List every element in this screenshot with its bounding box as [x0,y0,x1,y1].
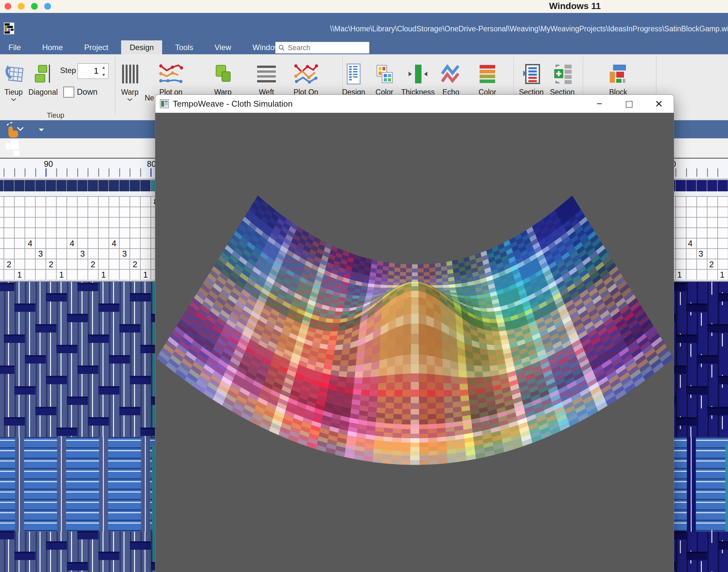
minimize-light[interactable] [18,3,24,10]
plot-on2-button[interactable]: Plot On [289,61,323,97]
warp-color-cell[interactable] [57,180,67,191]
warp-color-cell[interactable] [0,180,4,191]
close-button[interactable]: ✕ [644,95,674,113]
threading-number: 3 [122,249,127,259]
color-palette-icon [374,63,395,85]
warp-color-cell[interactable] [119,180,130,191]
cloth-simulation-window[interactable]: TempoWeave - Cloth Simulation − □ ✕ [155,94,674,572]
tieup-grid-icon [3,63,24,85]
warp-color-cell[interactable] [718,180,728,191]
color2-button[interactable]: Color [473,61,502,97]
pages-icon[interactable] [6,140,24,156]
warp-color-cell[interactable] [109,180,119,191]
ruler-tick [56,168,57,177]
weft-button[interactable]: Weft [252,61,281,97]
dropdown-arrow-icon[interactable] [38,128,45,132]
ruler-tick [98,168,99,177]
section-add-icon [552,63,573,85]
simulation-viewport[interactable] [155,113,674,572]
zoom-light[interactable] [31,3,38,10]
ruler-tick [140,168,141,177]
color1-button[interactable]: Color [370,61,399,97]
share-light[interactable] [44,3,51,10]
warp-color-cell[interactable] [98,180,109,191]
threading-number: 3 [699,249,703,259]
ruler-number: 90 [44,159,53,169]
warp-color-cell[interactable] [88,180,98,191]
warp-color-cell[interactable] [686,180,697,191]
warp-color-cell[interactable] [4,180,14,191]
simulation-titlebar[interactable]: TempoWeave - Cloth Simulation − □ ✕ [155,95,674,113]
warp-color-cell[interactable] [141,180,151,191]
ruler-tick [151,168,152,177]
ruler-tick [24,168,25,177]
menu-item-tools[interactable]: Tools [167,41,201,54]
menu-item-project[interactable]: Project [76,41,117,54]
ruler-tick [88,168,88,177]
mac-menubar: Windows 11 [0,0,728,13]
app-icon [4,23,14,34]
os-version-label: Windows 11 [549,1,601,11]
threading-number: 1 [101,270,106,280]
warp-color-cell[interactable] [697,180,707,191]
warp-color-cell[interactable] [46,180,57,191]
step-stepper[interactable]: ▲ ▼ [78,63,108,79]
search-box[interactable] [275,42,370,54]
tieup-button[interactable]: Tieup [0,61,27,102]
menu-item-design[interactable]: Design [121,41,162,54]
step-input[interactable] [79,64,99,77]
step-up-icon[interactable]: ▲ [102,65,106,70]
menu-item-file[interactable]: File [0,41,29,54]
warp-color-cell[interactable] [25,180,35,191]
warp-color-cell[interactable] [707,180,718,191]
section2-button[interactable]: Section [547,61,577,97]
warp-lines-label: Warp [115,88,144,97]
ruler-tick [4,168,5,177]
menu-item-home[interactable]: Home [34,41,71,54]
ruler-tick [108,168,109,177]
echo-zigzag-icon [440,63,462,85]
ruler-number: 80 [147,159,156,169]
down-checkbox[interactable] [63,87,74,97]
tieup-label: Tieup [0,88,27,97]
warp-color-cell[interactable] [67,180,78,191]
warp-green-button[interactable]: Warp [209,61,237,97]
chevron-down-icon [127,98,133,101]
simulation-window-title: TempoWeave - Cloth Simulation [173,99,293,109]
minimize-button[interactable]: − [585,95,614,113]
warp-color-cell[interactable] [35,180,46,191]
maximize-button[interactable]: □ [614,95,644,113]
plot-on-button[interactable]: Plot on [154,61,188,97]
warp-color-cell[interactable] [78,180,88,191]
thickness-button[interactable]: Thickness [401,61,435,97]
threading-number: 1 [59,270,64,280]
menu-item-view[interactable]: View [206,41,240,54]
ribbon-group-label-tieup: Tieup [30,111,81,120]
search-input[interactable] [287,43,363,52]
step-spin-arrows[interactable]: ▲ ▼ [100,64,107,78]
block-button[interactable]: Block [603,61,633,97]
chevron-down-icon[interactable] [17,127,24,131]
design-button[interactable]: Design [339,61,368,97]
close-light[interactable] [5,3,11,10]
cloth-render [155,113,674,572]
warp-color-cell[interactable] [14,180,25,191]
warp-color-cell[interactable] [130,180,141,191]
weft-lines-icon [256,64,277,84]
diagonal-button[interactable]: Diagonal [28,61,56,97]
chevron-down-icon [11,98,16,101]
ruler-tick [67,168,68,177]
step-down-icon[interactable]: ▼ [102,72,106,77]
warp-lines-button[interactable]: Warp [115,61,144,102]
warp-lines-icon [120,63,140,85]
menu-bar: FileHomeProjectDesignToolsViewWindowHelp [0,41,728,54]
section1-button[interactable]: Section [516,61,547,97]
ruler-tick [696,168,697,177]
diagonal-blocks-icon [31,63,53,85]
warp-color-cell[interactable] [676,180,686,191]
echo-button[interactable]: Echo [437,61,465,97]
plot-on2-chart-icon [293,63,318,85]
threading-number: 3 [38,249,43,259]
ruler-tick [119,168,120,177]
threading-number: 2 [133,259,137,269]
